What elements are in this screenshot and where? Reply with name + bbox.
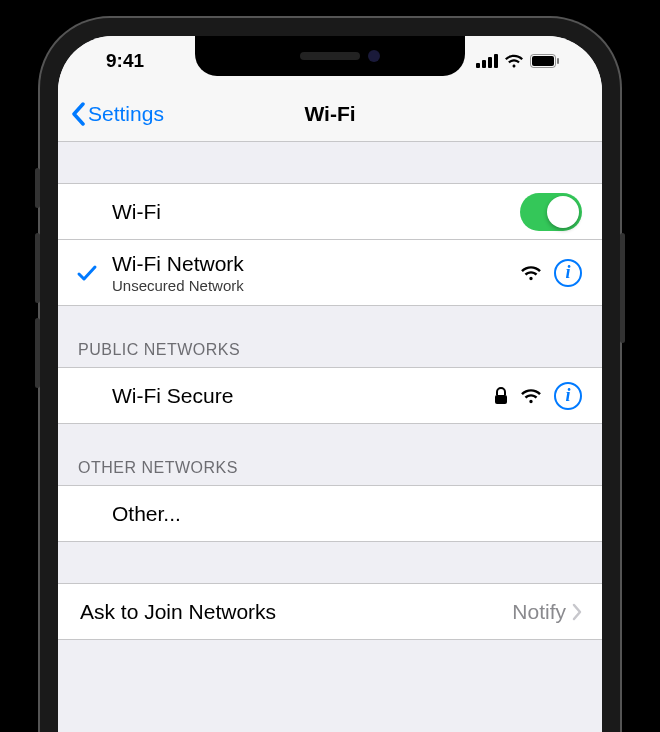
public-networks-header: PUBLIC NETWORKS bbox=[58, 306, 602, 368]
other-label: Other... bbox=[112, 502, 582, 526]
wifi-signal-icon bbox=[520, 388, 542, 404]
cellular-icon bbox=[476, 54, 498, 68]
screen: 9:41 Settings Wi-Fi bbox=[58, 36, 602, 732]
wifi-toggle-label: Wi-Fi bbox=[112, 200, 520, 224]
svg-rect-6 bbox=[557, 58, 559, 64]
svg-rect-2 bbox=[488, 57, 492, 68]
svg-rect-1 bbox=[482, 60, 486, 68]
other-networks-header: OTHER NETWORKS bbox=[58, 424, 602, 486]
connected-network-subtitle: Unsecured Network bbox=[112, 277, 520, 294]
wifi-signal-icon bbox=[520, 265, 542, 281]
side-button bbox=[35, 233, 40, 303]
svg-rect-7 bbox=[495, 395, 507, 404]
side-button bbox=[620, 233, 625, 343]
connected-network-name: Wi-Fi Network bbox=[112, 252, 520, 276]
svg-rect-5 bbox=[532, 56, 554, 66]
battery-icon bbox=[530, 54, 560, 68]
lock-icon bbox=[494, 387, 508, 405]
ask-to-join-label: Ask to Join Networks bbox=[80, 600, 512, 624]
network-name: Wi-Fi Secure bbox=[112, 384, 494, 408]
wifi-icon bbox=[504, 54, 524, 68]
info-button[interactable]: i bbox=[554, 259, 582, 287]
ask-to-join-value: Notify bbox=[512, 600, 566, 624]
section-spacer bbox=[58, 142, 602, 184]
notch bbox=[195, 36, 465, 76]
other-network-row[interactable]: Other... bbox=[58, 486, 602, 542]
nav-bar: Settings Wi-Fi bbox=[58, 86, 602, 142]
side-button bbox=[35, 318, 40, 388]
connected-network-row[interactable]: Wi-Fi Network Unsecured Network i bbox=[58, 240, 602, 306]
toggle-knob bbox=[547, 196, 579, 228]
chevron-left-icon bbox=[70, 102, 86, 126]
network-row[interactable]: Wi-Fi Secure i bbox=[58, 368, 602, 424]
checkmark-icon bbox=[76, 262, 98, 284]
info-button[interactable]: i bbox=[554, 382, 582, 410]
ask-to-join-row[interactable]: Ask to Join Networks Notify bbox=[58, 584, 602, 640]
back-button[interactable]: Settings bbox=[70, 102, 164, 126]
chevron-right-icon bbox=[572, 603, 582, 621]
wifi-toggle-row: Wi-Fi bbox=[58, 184, 602, 240]
svg-rect-0 bbox=[476, 63, 480, 68]
svg-rect-3 bbox=[494, 54, 498, 68]
page-title: Wi-Fi bbox=[304, 102, 355, 126]
back-label: Settings bbox=[88, 102, 164, 126]
section-spacer bbox=[58, 542, 602, 584]
wifi-toggle[interactable] bbox=[520, 193, 582, 231]
device-frame: 9:41 Settings Wi-Fi bbox=[40, 18, 620, 732]
side-button bbox=[35, 168, 40, 208]
